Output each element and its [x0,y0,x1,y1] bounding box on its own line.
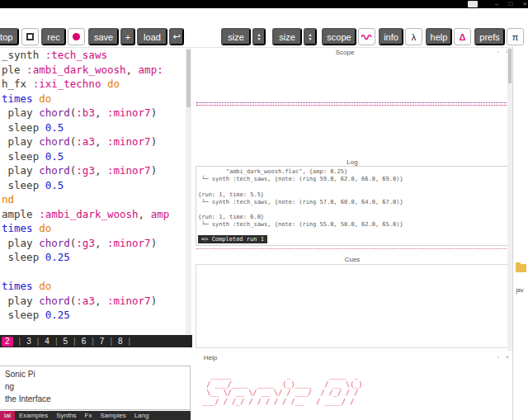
help-tab[interactable]: Synths [52,411,80,420]
editor-scrollbar[interactable] [186,48,191,335]
code-line: times do [2,92,185,106]
stop-icon-button[interactable] [21,28,39,45]
help-ascii-art: _____ _ ____ _ / ___/____ ____ (_)____ /… [198,371,512,406]
code-line: sleep 0.5 [2,120,185,135]
size-down-button[interactable]: size [272,28,302,45]
desktop-folder-icon[interactable] [516,264,526,272]
code-lines: _synth :tech_sawsple :ambi_dark_woosh, a… [2,48,185,323]
log-panel-title: Log [196,158,508,166]
code-line: play chord(:g3, :minor7) [2,236,185,251]
help-tab[interactable]: ial [0,411,15,420]
help-tab[interactable]: Samples [97,411,130,420]
save-button[interactable]: save [88,28,119,45]
buffer-tab[interactable]: 3 [26,337,31,346]
window-right-edge [512,47,513,420]
log-line: {run: 1, time: 6.0} [198,214,508,221]
help-float-icon[interactable]: ▫ [494,354,502,360]
buffer-tabbar: 2 |3|4|5|6|7|8| [0,335,192,347]
size-up-button[interactable]: size [221,28,251,45]
record-icon-button[interactable] [68,28,85,45]
prefs-button[interactable]: prefs [474,28,505,45]
code-line: times do [2,221,185,236]
cues-top-divider [196,248,508,249]
info-button[interactable]: info [379,28,403,45]
code-editor[interactable]: _synth :tech_sawsple :ambi_dark_woosh, a… [2,48,185,335]
ascii-art-line: \__ \/ __ \/ __ \/ / ___/ / /_/ / / [198,389,512,398]
buffer-tab[interactable]: 5 [64,337,68,346]
pi-icon-button[interactable]: π [507,28,524,45]
delta-icon-button[interactable]: Δ [454,28,471,45]
dock-scrollbar-thumb[interactable] [508,49,512,83]
code-line: ample :ambi_dark_woosh, amp [2,207,185,222]
log-highlight-bar [198,246,279,247]
tab-separator: | [110,337,112,346]
tab-separator: | [129,337,131,346]
tab-separator: | [92,337,94,346]
code-line: h_fx :ixi_techno do [2,77,185,92]
buffer-tab[interactable]: 6 [82,337,87,346]
buffer-tab[interactable]: 8 [118,337,123,346]
stop-square-icon [26,33,34,40]
scope-trace-left [196,102,508,103]
code-line: play chord(:a3, :minor7) [2,294,185,309]
help-tab[interactable]: Lang [130,411,153,420]
save-plus-button[interactable]: + [120,28,135,45]
code-line: nd [2,192,185,207]
buffer-tab[interactable]: 7 [100,337,105,346]
undo-arrow-icon: ↩ [172,31,180,42]
close-icon[interactable]: × [520,0,528,8]
scope-button[interactable]: scope [322,28,356,45]
code-line: sleep 0.5 [2,178,185,193]
scope-trace-right [196,105,508,106]
log-panel-content: "ambi_dark_woosh.flac", {amp: 0.25} └─ s… [196,166,509,246]
log-line: └─ synth :tech_saws, {note: (ring 57.0, … [198,199,508,206]
help-tab[interactable]: Examples [15,411,52,420]
code-line: sleep 0.5 [2,149,185,164]
help-panel-title: Help [0,354,421,361]
log-completed-message: => Completed run 1 [198,235,267,243]
tab-separator: | [55,337,58,346]
log-line [198,183,508,191]
help-toc-item[interactable]: the Interface [5,393,190,405]
code-line: ple :ambi_dark_woosh, amp: [2,63,185,78]
window-titlebar: – □ × [0,0,528,8]
minimize-icon[interactable]: – [492,0,502,8]
pi-icon: π [512,32,519,42]
log-line: {run: 1, time: 5.5} [198,191,508,199]
desktop-icon-label: jav [511,287,528,293]
help-tab[interactable]: Fx [81,411,97,420]
help-close-icon[interactable]: × [503,354,512,360]
lambda-icon-button[interactable]: λ [405,28,422,45]
buffer-tab-active[interactable]: 2 [2,337,13,347]
up-down-arrows-icon: ▲▼ [309,33,313,41]
load-button[interactable]: load [137,28,167,45]
maximize-icon[interactable]: □ [506,0,516,8]
scope-icon-button[interactable] [358,28,375,45]
code-line: play chord(:g3, :minor7) [2,163,185,178]
size-up-arrows-button[interactable]: ▲▼ [252,28,266,45]
lambda-icon: λ [412,32,417,42]
load-arrow-button[interactable]: ↩ [169,28,184,45]
waveform-icon [361,33,372,41]
code-line [2,265,185,280]
buffer-tab[interactable]: 4 [45,337,50,346]
help-tabbar: ialExamplesSynthsFxSamplesLang [0,411,191,420]
record-button[interactable]: rec [41,28,66,45]
stop-button[interactable]: stop [0,28,19,45]
cues-panel-content [196,264,509,348]
size-down-arrows-button[interactable]: ▲▼ [304,28,317,45]
ascii-art-line: / ___/____ ____ (_)____ / __ \(_) [198,380,512,389]
log-line: "ambi_dark_woosh.flac", {amp: 0.25} [198,168,508,176]
taskbar-app-icon[interactable] [468,1,478,7]
editor-scrollbar-thumb[interactable] [186,50,191,107]
help-toc-item[interactable]: Sonic Pi [5,368,190,380]
tab-separator: | [19,337,21,346]
buffer-tabbar-items: |3|4|5|6|7|8| [19,337,131,346]
help-button[interactable]: help [426,28,452,45]
help-toc-list[interactable]: Sonic Pingthe Interface [0,366,191,410]
log-line [198,206,508,214]
cues-panel-title: Cues [196,256,508,263]
scope-float-icon[interactable]: ▫ [494,49,502,54]
log-lines: "ambi_dark_woosh.flac", {amp: 0.25} └─ s… [198,168,508,229]
help-toc-item[interactable]: ng [5,380,190,393]
